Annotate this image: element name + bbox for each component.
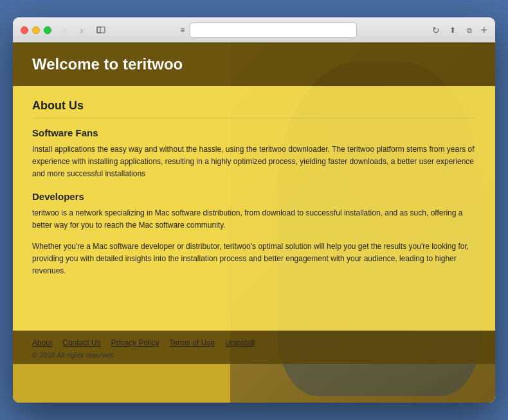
software-fans-text: Install applications the easy way and wi… xyxy=(32,143,476,181)
tab-view-button[interactable] xyxy=(93,24,109,37)
back-button[interactable]: ‹ xyxy=(57,24,73,37)
developers-text-1: teritwoo is a network specializing in Ma… xyxy=(32,207,476,232)
website: Welcome to teritwoo About Us Software Fa… xyxy=(13,42,495,403)
developers-title: Developers xyxy=(32,191,476,202)
expand-button[interactable]: ⧉ xyxy=(461,24,478,37)
footer-link-about[interactable]: About xyxy=(32,338,52,347)
site-footer: AboutContact UsPrivacy PolicyTerms of Us… xyxy=(13,331,495,364)
svg-rect-0 xyxy=(97,27,105,33)
footer-link-contact-us[interactable]: Contact Us xyxy=(62,338,100,347)
forward-button[interactable]: › xyxy=(73,24,90,37)
developers-section: Developers teritwoo is a network special… xyxy=(32,191,476,278)
browser-titlebar: ‹ › ≡ ↻ ⬆ ⧉ + xyxy=(13,17,495,42)
close-button[interactable] xyxy=(21,26,28,34)
svg-rect-1 xyxy=(97,27,100,33)
footer-copyright: © 2018 All rights reserved. xyxy=(32,351,476,359)
new-tab-button[interactable]: + xyxy=(478,24,487,36)
traffic-lights xyxy=(21,26,51,34)
footer-link-terms-of-use[interactable]: Terms of Use xyxy=(169,338,215,347)
hamburger-icon: ≡ xyxy=(180,26,185,35)
site-header: Welcome to teritwoo xyxy=(13,42,495,86)
address-bar[interactable] xyxy=(190,23,357,38)
share-button[interactable]: ⬆ xyxy=(444,24,461,37)
software-fans-title: Software Fans xyxy=(32,127,476,138)
browser-window: ‹ › ≡ ↻ ⬆ ⧉ + Welcome to teritwoo xyxy=(13,17,495,403)
minimize-button[interactable] xyxy=(32,26,40,34)
developers-text-2: Whether you're a Mac software developer … xyxy=(32,241,476,278)
about-title: About Us xyxy=(32,99,476,118)
footer-link-uninstall[interactable]: Uninstall xyxy=(225,338,255,347)
refresh-button[interactable]: ↻ xyxy=(428,24,444,37)
site-title: Welcome to teritwoo xyxy=(32,55,476,73)
footer-links: AboutContact UsPrivacy PolicyTerms of Us… xyxy=(32,338,476,347)
footer-link-privacy-policy[interactable]: Privacy Policy xyxy=(111,338,159,347)
maximize-button[interactable] xyxy=(44,26,51,34)
website-content: Welcome to teritwoo About Us Software Fa… xyxy=(13,42,495,364)
site-main: About Us Software Fans Install applicati… xyxy=(13,86,495,331)
